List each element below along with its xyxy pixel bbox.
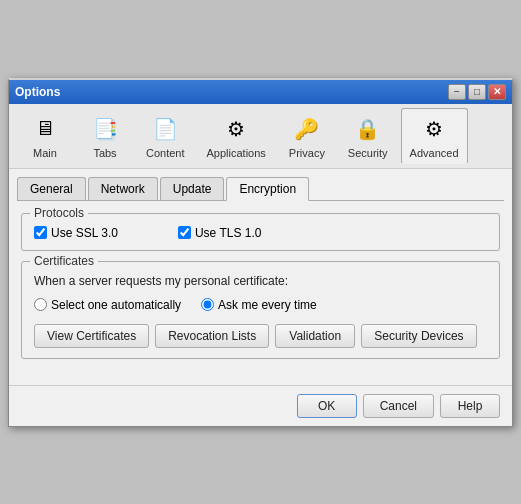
applications-icon <box>220 113 252 145</box>
protocols-group: Protocols Use SSL 3.0 Use TLS 1.0 <box>21 213 500 251</box>
ssl-checkbox-label[interactable]: Use SSL 3.0 <box>34 226 118 240</box>
cert-buttons-row: View Certificates Revocation Lists Valid… <box>34 324 487 348</box>
main-icon <box>29 113 61 145</box>
close-button[interactable]: ✕ <box>488 84 506 100</box>
revocation-lists-button[interactable]: Revocation Lists <box>155 324 269 348</box>
help-button[interactable]: Help <box>440 394 500 418</box>
certificates-group: Certificates When a server requests my p… <box>21 261 500 359</box>
protocols-label: Protocols <box>30 206 88 220</box>
tab-encryption[interactable]: Encryption <box>226 177 309 201</box>
radio-auto-label[interactable]: Select one automatically <box>34 298 181 312</box>
radio-auto-text: Select one automatically <box>51 298 181 312</box>
toolbar-security[interactable]: Security <box>339 108 397 164</box>
ssl-checkbox[interactable] <box>34 226 47 239</box>
minimize-button[interactable]: − <box>448 84 466 100</box>
window-title: Options <box>15 85 60 99</box>
toolbar-applications[interactable]: Applications <box>198 108 275 164</box>
radio-ask-text: Ask me every time <box>218 298 317 312</box>
tab-bar: General Network Update Encryption <box>17 177 504 201</box>
toolbar-applications-label: Applications <box>207 147 266 159</box>
ssl-label: Use SSL 3.0 <box>51 226 118 240</box>
advanced-icon <box>418 113 450 145</box>
ok-button[interactable]: OK <box>297 394 357 418</box>
options-window: Options − □ ✕ Main Tabs Content Applicat… <box>8 78 513 427</box>
security-icon <box>352 113 384 145</box>
title-controls: − □ ✕ <box>448 84 506 100</box>
content-area: General Network Update Encryption Protoc… <box>9 169 512 381</box>
toolbar-privacy[interactable]: Privacy <box>279 108 335 164</box>
toolbar-main[interactable]: Main <box>17 108 73 164</box>
tab-network[interactable]: Network <box>88 177 158 200</box>
toolbar-main-label: Main <box>33 147 57 159</box>
cert-radio-row: Select one automatically Ask me every ti… <box>34 298 487 312</box>
toolbar-tabs-label: Tabs <box>93 147 116 159</box>
title-bar: Options − □ ✕ <box>9 80 512 104</box>
toolbar: Main Tabs Content Applications Privacy S… <box>9 104 512 169</box>
toolbar-privacy-label: Privacy <box>289 147 325 159</box>
toolbar-content[interactable]: Content <box>137 108 194 164</box>
footer: OK Cancel Help <box>9 385 512 426</box>
toolbar-content-label: Content <box>146 147 185 159</box>
radio-ask-label[interactable]: Ask me every time <box>201 298 317 312</box>
toolbar-advanced[interactable]: Advanced <box>401 108 468 164</box>
radio-ask[interactable] <box>201 298 214 311</box>
tab-general[interactable]: General <box>17 177 86 200</box>
maximize-button[interactable]: □ <box>468 84 486 100</box>
tab-update[interactable]: Update <box>160 177 225 200</box>
tls-label: Use TLS 1.0 <box>195 226 261 240</box>
tls-checkbox-label[interactable]: Use TLS 1.0 <box>178 226 261 240</box>
privacy-icon <box>291 113 323 145</box>
tls-checkbox[interactable] <box>178 226 191 239</box>
tabs-icon <box>89 113 121 145</box>
encryption-panel: Protocols Use SSL 3.0 Use TLS 1.0 Certif… <box>17 209 504 373</box>
cancel-button[interactable]: Cancel <box>363 394 434 418</box>
certificates-label: Certificates <box>30 254 98 268</box>
toolbar-security-label: Security <box>348 147 388 159</box>
radio-auto[interactable] <box>34 298 47 311</box>
validation-button[interactable]: Validation <box>275 324 355 348</box>
protocols-row: Use SSL 3.0 Use TLS 1.0 <box>34 226 487 240</box>
cert-request-text: When a server requests my personal certi… <box>34 274 487 288</box>
toolbar-tabs[interactable]: Tabs <box>77 108 133 164</box>
security-devices-button[interactable]: Security Devices <box>361 324 476 348</box>
toolbar-advanced-label: Advanced <box>410 147 459 159</box>
view-certificates-button[interactable]: View Certificates <box>34 324 149 348</box>
content-icon <box>149 113 181 145</box>
